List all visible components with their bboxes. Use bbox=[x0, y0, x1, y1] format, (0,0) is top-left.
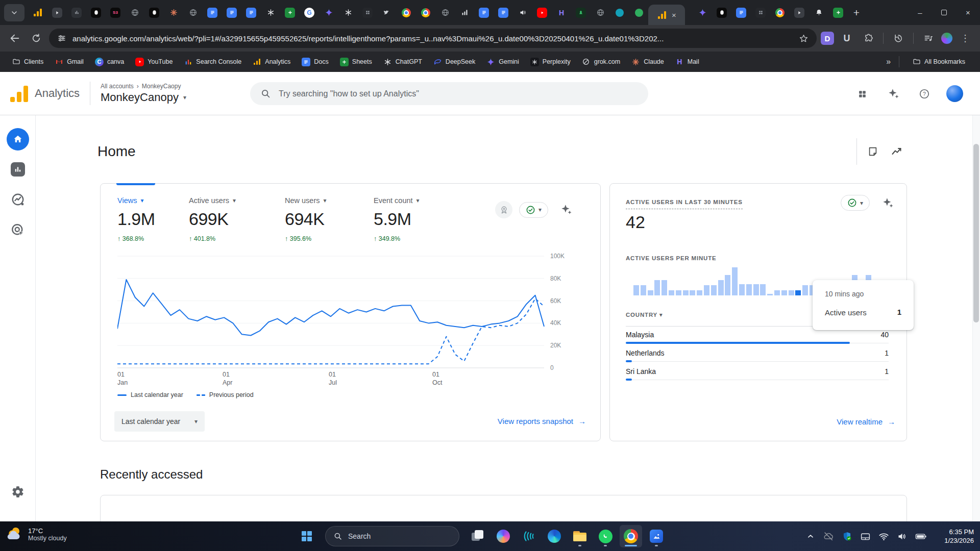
metric-tab-views[interactable]: Views▾1.9M↑ 368.8% bbox=[117, 196, 155, 242]
url-text[interactable]: analytics.google.com/analytics/web/?pli=… bbox=[72, 34, 793, 43]
tab-bell-favicon-icon[interactable] bbox=[814, 8, 824, 18]
account-avatar[interactable] bbox=[946, 85, 963, 102]
tab-globe-favicon-icon[interactable] bbox=[440, 8, 450, 18]
per-minute-bar[interactable] bbox=[760, 284, 766, 295]
tab-oval-favicon-icon[interactable] bbox=[91, 8, 101, 18]
per-minute-bar[interactable] bbox=[641, 285, 646, 295]
tab-chrome-favicon-icon[interactable] bbox=[421, 8, 431, 18]
tab-s3-favicon-icon[interactable]: S3 bbox=[110, 8, 120, 18]
per-minute-bar[interactable] bbox=[732, 267, 738, 295]
tab-camera-favicon-icon[interactable] bbox=[362, 8, 373, 18]
tab-video-favicon-icon[interactable] bbox=[794, 8, 804, 18]
taskbar-app-wave[interactable] bbox=[518, 525, 540, 547]
omnibox[interactable]: analytics.google.com/analytics/web/?pli=… bbox=[49, 29, 817, 48]
u-extension-icon[interactable]: U bbox=[838, 30, 855, 47]
per-minute-bar[interactable] bbox=[802, 285, 808, 295]
tab-globe-favicon-icon[interactable] bbox=[188, 8, 198, 18]
minimize-button[interactable]: – bbox=[908, 0, 932, 25]
bookmark-sheets[interactable]: Sheets bbox=[335, 56, 377, 68]
media-playlist-icon[interactable] bbox=[920, 30, 937, 47]
per-minute-bar[interactable] bbox=[746, 284, 752, 295]
date-range-dropdown[interactable]: Last calendar year ▾ bbox=[114, 411, 205, 432]
back-button[interactable] bbox=[6, 30, 23, 47]
taskbar-app-copilot[interactable] bbox=[492, 525, 514, 547]
taskbar-app-taskview[interactable] bbox=[467, 525, 489, 547]
bookmark-canva[interactable]: Ccanva bbox=[90, 56, 129, 68]
active-tab-analytics[interactable]: × bbox=[648, 5, 685, 25]
breadcrumb[interactable]: All accounts › MonkeyCaopy bbox=[101, 83, 186, 90]
per-minute-bar[interactable] bbox=[676, 290, 681, 295]
taskbar-app-chrometask[interactable] bbox=[620, 525, 642, 547]
view-realtime-link[interactable]: View realtime → bbox=[837, 417, 895, 426]
per-minute-bar[interactable] bbox=[789, 290, 794, 295]
taskbar-app-photos[interactable] bbox=[645, 525, 668, 547]
per-minute-bar[interactable] bbox=[648, 290, 653, 295]
per-minute-bar[interactable] bbox=[690, 290, 695, 295]
tab-tree-favicon-icon[interactable] bbox=[576, 8, 586, 18]
property-selector[interactable]: MonkeyCanopy bbox=[101, 91, 179, 104]
bookmark-chatgpt[interactable]: ChatGPT bbox=[379, 56, 427, 68]
tab-docs-favicon-icon[interactable] bbox=[736, 8, 746, 18]
tab-sheets-favicon-icon[interactable] bbox=[833, 8, 843, 18]
bookmark-analytics[interactable]: Analytics bbox=[248, 56, 295, 68]
insights-sparkle-icon[interactable] bbox=[885, 85, 902, 103]
metric-tab-active-users[interactable]: Active users▾699K↑ 401.8% bbox=[189, 196, 236, 242]
tab-gemini-favicon-icon[interactable] bbox=[324, 8, 334, 18]
site-info-icon[interactable] bbox=[57, 34, 66, 43]
new-tab-button[interactable]: + bbox=[848, 5, 865, 21]
sparkle-insights-icon[interactable] bbox=[881, 196, 894, 210]
per-minute-bar[interactable] bbox=[683, 290, 689, 295]
weather-widget[interactable]: 17°C Mostly cloudy bbox=[5, 525, 67, 543]
per-minute-bar[interactable] bbox=[753, 284, 759, 295]
extensions-puzzle-icon[interactable] bbox=[860, 30, 877, 47]
bookmark-star-icon[interactable] bbox=[799, 34, 808, 43]
taskbar-clock[interactable]: 6:35 PM 1/23/2026 bbox=[944, 528, 974, 545]
chevron-down-icon[interactable]: ▾ bbox=[183, 94, 186, 101]
tab-search-chevron-icon[interactable] bbox=[4, 4, 24, 21]
per-minute-bar[interactable] bbox=[767, 294, 773, 295]
bookmark-clients[interactable]: Clients bbox=[7, 56, 48, 68]
per-minute-bar[interactable] bbox=[697, 290, 702, 295]
bookmark-docs[interactable]: Docs bbox=[297, 56, 333, 68]
tab-globe-favicon-icon[interactable] bbox=[130, 8, 140, 18]
wifi-icon[interactable] bbox=[878, 531, 889, 542]
tab-speaker-favicon-icon[interactable] bbox=[518, 8, 528, 18]
per-minute-bar[interactable] bbox=[774, 290, 780, 295]
tab-chatgpt-favicon-icon[interactable] bbox=[265, 8, 276, 18]
reload-button[interactable] bbox=[28, 30, 45, 47]
tab-oval-favicon-icon[interactable] bbox=[717, 8, 727, 18]
nav-reports-button[interactable] bbox=[11, 162, 25, 177]
tab-sheets-favicon-icon[interactable] bbox=[285, 8, 295, 18]
bookmark-youtube[interactable]: YouTube bbox=[131, 56, 177, 68]
tab-docs-favicon-icon[interactable] bbox=[227, 8, 237, 18]
bookmarks-overflow-icon[interactable]: » bbox=[886, 57, 891, 66]
tab-teal-favicon-icon[interactable] bbox=[615, 8, 625, 18]
bookmark-deepseek[interactable]: DeepSeek bbox=[429, 56, 480, 68]
benchmark-medal-icon[interactable] bbox=[495, 201, 512, 218]
metric-tab-new-users[interactable]: New users▾694K↑ 395.6% bbox=[285, 196, 327, 242]
feedback-note-icon[interactable] bbox=[864, 143, 881, 160]
tab-analytics-favicon-icon[interactable] bbox=[33, 8, 43, 18]
tab-youtube-favicon-icon[interactable] bbox=[537, 8, 547, 18]
nav-admin-gear-button[interactable] bbox=[11, 485, 24, 498]
per-minute-bar[interactable] bbox=[654, 280, 660, 295]
volume-icon[interactable] bbox=[897, 531, 908, 542]
per-minute-bar-highlighted[interactable] bbox=[795, 290, 801, 295]
tab-mail-favicon-icon[interactable]: H bbox=[556, 8, 567, 18]
tab-camera-favicon-icon[interactable] bbox=[755, 8, 766, 18]
taskbar-app-whatsapp[interactable] bbox=[594, 525, 617, 547]
tab-chatgpt-favicon-icon[interactable] bbox=[343, 8, 353, 18]
tab-leaf-favicon-icon[interactable] bbox=[634, 8, 644, 18]
bookmark-perplexity[interactable]: Perplexity bbox=[526, 56, 575, 68]
tab-docs-favicon-icon[interactable] bbox=[479, 8, 489, 18]
nav-home-button[interactable] bbox=[7, 128, 29, 151]
page-scrollbar[interactable] bbox=[972, 115, 980, 521]
analytics-logo-icon[interactable] bbox=[10, 85, 28, 102]
tab-globe-favicon-icon[interactable] bbox=[595, 8, 605, 18]
per-minute-bar[interactable] bbox=[633, 285, 639, 295]
profile-extension-icon[interactable] bbox=[941, 33, 952, 44]
per-minute-bar[interactable] bbox=[704, 285, 709, 295]
tab-bird-favicon-icon[interactable] bbox=[382, 8, 392, 18]
per-minute-bar[interactable] bbox=[711, 285, 717, 295]
tab-chrome-favicon-icon[interactable] bbox=[775, 8, 785, 18]
